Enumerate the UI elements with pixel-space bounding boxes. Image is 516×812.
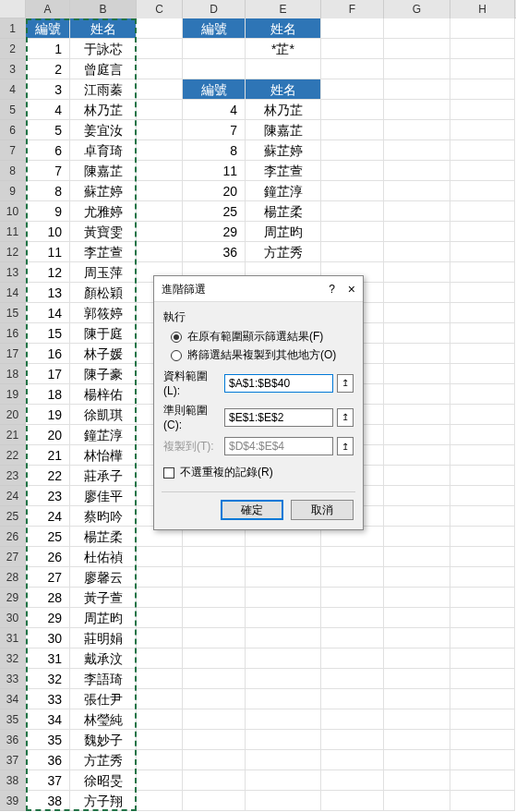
cell-empty[interactable] bbox=[450, 547, 515, 567]
cell-id[interactable]: 7 bbox=[26, 161, 70, 181]
cell-name[interactable]: 周芷昀 bbox=[70, 608, 137, 628]
cell-empty[interactable] bbox=[384, 750, 450, 770]
cell-empty[interactable] bbox=[384, 648, 450, 669]
cell-name[interactable]: 蔡昀吟 bbox=[70, 506, 137, 527]
row-header[interactable]: 11 bbox=[0, 222, 26, 242]
cell-name[interactable]: 郭筱婷 bbox=[70, 303, 137, 323]
cell-empty[interactable] bbox=[450, 669, 515, 689]
cell-empty[interactable] bbox=[384, 445, 450, 466]
cell-empty[interactable] bbox=[384, 283, 450, 303]
row-header[interactable]: 38 bbox=[0, 770, 26, 791]
cell-empty[interactable] bbox=[384, 59, 450, 79]
cell-e[interactable] bbox=[246, 750, 321, 770]
row-header[interactable]: 28 bbox=[0, 567, 26, 588]
cell-empty[interactable] bbox=[321, 201, 384, 222]
cell-d[interactable]: 編號 bbox=[183, 79, 246, 100]
cell-empty[interactable] bbox=[384, 120, 450, 140]
cell-id[interactable]: 34 bbox=[26, 709, 70, 730]
row-header[interactable]: 12 bbox=[0, 242, 26, 262]
cell-name[interactable]: 徐凱琪 bbox=[70, 405, 137, 425]
cell-e[interactable]: 楊芷柔 bbox=[246, 201, 321, 222]
cell-name[interactable]: 杜佑禎 bbox=[70, 547, 137, 567]
row-header[interactable]: 26 bbox=[0, 527, 26, 547]
cell-empty[interactable] bbox=[450, 364, 515, 384]
cell-d[interactable]: 編號 bbox=[183, 18, 246, 39]
cell-empty[interactable] bbox=[384, 344, 450, 364]
row-header[interactable]: 7 bbox=[0, 140, 26, 161]
cell-id[interactable]: 32 bbox=[26, 669, 70, 689]
cell-empty[interactable] bbox=[321, 770, 384, 791]
list-range-input[interactable]: $A$1:$B$40 bbox=[224, 374, 333, 393]
row-header[interactable]: 1 bbox=[0, 18, 26, 39]
cell-e[interactable] bbox=[246, 608, 321, 628]
select-all-corner[interactable] bbox=[0, 0, 26, 18]
cell-id[interactable]: 16 bbox=[26, 344, 70, 364]
cell-empty[interactable] bbox=[384, 527, 450, 547]
cell-empty[interactable] bbox=[384, 425, 450, 445]
col-header-D[interactable]: D bbox=[183, 0, 246, 18]
cell-name[interactable]: 方子翔 bbox=[70, 791, 137, 811]
col-header-C[interactable]: C bbox=[137, 0, 183, 18]
cell-empty[interactable] bbox=[450, 608, 515, 628]
row-header[interactable]: 16 bbox=[0, 323, 26, 344]
cell-id[interactable]: 27 bbox=[26, 567, 70, 588]
cell-empty[interactable] bbox=[450, 466, 515, 486]
cell-empty[interactable] bbox=[137, 18, 183, 39]
cell-name[interactable]: 楊梓佑 bbox=[70, 384, 137, 405]
cell-empty[interactable] bbox=[321, 222, 384, 242]
cell-name[interactable]: 江雨蓁 bbox=[70, 79, 137, 100]
cell-id[interactable]: 23 bbox=[26, 486, 70, 506]
cell-empty[interactable] bbox=[321, 628, 384, 648]
cell-empty[interactable] bbox=[321, 181, 384, 201]
cell-d[interactable]: 8 bbox=[183, 140, 246, 161]
cell-name[interactable]: 林子媛 bbox=[70, 344, 137, 364]
cell-id[interactable]: 26 bbox=[26, 547, 70, 567]
cell-empty[interactable] bbox=[137, 59, 183, 79]
cell-id[interactable]: 6 bbox=[26, 140, 70, 161]
cell-empty[interactable] bbox=[384, 588, 450, 608]
cell-id[interactable]: 38 bbox=[26, 791, 70, 811]
cell-name[interactable]: 黃寶雯 bbox=[70, 222, 137, 242]
cell-empty[interactable] bbox=[450, 384, 515, 405]
cell-empty[interactable] bbox=[137, 588, 183, 608]
cell-e[interactable]: 周芷昀 bbox=[246, 222, 321, 242]
row-header[interactable]: 17 bbox=[0, 344, 26, 364]
criteria-range-input[interactable]: $E$1:$E$2 bbox=[224, 408, 333, 427]
cell-d[interactable] bbox=[183, 567, 246, 588]
cell-d[interactable]: 29 bbox=[183, 222, 246, 242]
row-header[interactable]: 33 bbox=[0, 669, 26, 689]
cell-empty[interactable] bbox=[321, 79, 384, 100]
cell-name[interactable]: 李語琦 bbox=[70, 669, 137, 689]
cell-empty[interactable] bbox=[321, 18, 384, 39]
row-header[interactable]: 27 bbox=[0, 547, 26, 567]
cell-id[interactable]: 29 bbox=[26, 608, 70, 628]
cell-id[interactable]: 1 bbox=[26, 39, 70, 59]
cell-empty[interactable] bbox=[137, 750, 183, 770]
row-header[interactable]: 35 bbox=[0, 709, 26, 730]
radio-copy-to[interactable]: 將篩選結果複製到其他地方(O) bbox=[171, 347, 354, 363]
cell-name[interactable]: 曾庭言 bbox=[70, 59, 137, 79]
cell-empty[interactable] bbox=[384, 201, 450, 222]
cell-empty[interactable] bbox=[450, 283, 515, 303]
cell-d[interactable] bbox=[183, 791, 246, 811]
cell-empty[interactable] bbox=[450, 567, 515, 588]
cell-name[interactable]: 蘇芷婷 bbox=[70, 181, 137, 201]
cell-empty[interactable] bbox=[450, 140, 515, 161]
cell-name[interactable]: 廖佳平 bbox=[70, 486, 137, 506]
cell-empty[interactable] bbox=[384, 181, 450, 201]
cell-name[interactable]: 黃子萱 bbox=[70, 588, 137, 608]
cell-d[interactable] bbox=[183, 628, 246, 648]
cell-empty[interactable] bbox=[450, 750, 515, 770]
cell-d[interactable] bbox=[183, 39, 246, 59]
row-header[interactable]: 34 bbox=[0, 689, 26, 709]
cell-name[interactable]: 莊承子 bbox=[70, 466, 137, 486]
cell-empty[interactable] bbox=[137, 628, 183, 648]
row-header[interactable]: 24 bbox=[0, 486, 26, 506]
cell-empty[interactable] bbox=[450, 201, 515, 222]
cell-empty[interactable] bbox=[321, 100, 384, 120]
cell-empty[interactable] bbox=[450, 506, 515, 527]
cell-empty[interactable] bbox=[321, 59, 384, 79]
cell-empty[interactable] bbox=[384, 262, 450, 283]
cell-d[interactable]: 4 bbox=[183, 100, 246, 120]
cell-name[interactable]: 陳子豪 bbox=[70, 364, 137, 384]
